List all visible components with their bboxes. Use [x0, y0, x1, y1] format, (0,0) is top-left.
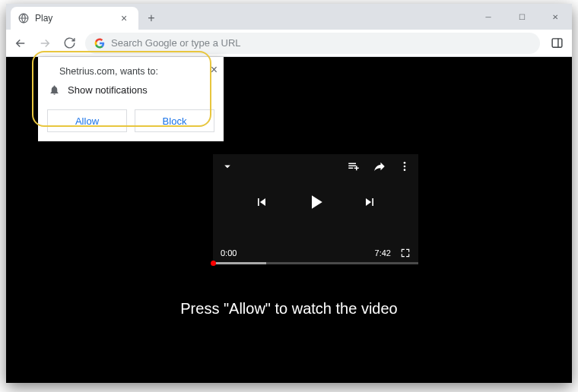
bell-icon: [49, 84, 60, 96]
tabstrip: Play × + ─ ☐ ✕: [6, 4, 572, 30]
back-button[interactable]: [12, 35, 29, 52]
duration: 7:42: [375, 248, 391, 258]
tab-title: Play: [35, 13, 113, 24]
globe-icon: [18, 13, 29, 24]
progress-played: [213, 262, 266, 264]
notification-permission: Show notifications: [68, 84, 148, 96]
svg-rect-1: [552, 39, 562, 47]
previous-icon[interactable]: [254, 194, 269, 210]
browser-window: Play × + ─ ☐ ✕ Search Google or type a U…: [6, 4, 572, 383]
new-tab-button[interactable]: +: [141, 8, 161, 28]
close-window-button[interactable]: ✕: [538, 4, 572, 30]
fullscreen-icon[interactable]: [400, 248, 411, 258]
notification-site-line: Shetrius.com, wants to:: [47, 66, 214, 77]
close-icon[interactable]: ×: [211, 63, 218, 77]
progress-thumb[interactable]: [211, 261, 216, 266]
notification-buttons: Allow Block: [47, 109, 214, 132]
omnibox[interactable]: Search Google or type a URL: [85, 33, 540, 54]
window-controls: ─ ☐ ✕: [472, 4, 572, 30]
side-panel-button[interactable]: [548, 34, 566, 52]
tab-play[interactable]: Play ×: [11, 7, 138, 30]
minimize-button[interactable]: ─: [472, 4, 505, 30]
player-bottom-bar: 0:00 7:42: [221, 248, 411, 258]
player-controls: [213, 154, 418, 249]
notification-prompt: × Shetrius.com, wants to: Show notificat…: [38, 57, 224, 141]
toolbar: Search Google or type a URL: [6, 30, 572, 57]
play-icon[interactable]: [304, 191, 327, 213]
reload-button[interactable]: [61, 35, 78, 52]
notification-site: Shetrius.com: [59, 66, 115, 77]
allow-button[interactable]: Allow: [47, 109, 127, 132]
next-icon[interactable]: [362, 194, 377, 210]
google-icon: [94, 38, 105, 49]
page-prompt: Press "Allow" to watch the video: [6, 300, 572, 318]
tab-close-icon[interactable]: ×: [119, 12, 129, 24]
current-time: 0:00: [221, 248, 237, 258]
maximize-button[interactable]: ☐: [505, 4, 538, 30]
progress-bar[interactable]: [213, 262, 418, 264]
forward-button[interactable]: [37, 35, 53, 52]
notification-permission-line: Show notifications: [47, 84, 214, 96]
block-button[interactable]: Block: [135, 109, 214, 132]
notification-wants: wants to:: [120, 66, 158, 77]
video-player[interactable]: 0:00 7:42: [213, 154, 418, 264]
omnibox-placeholder: Search Google or type a URL: [111, 37, 241, 49]
